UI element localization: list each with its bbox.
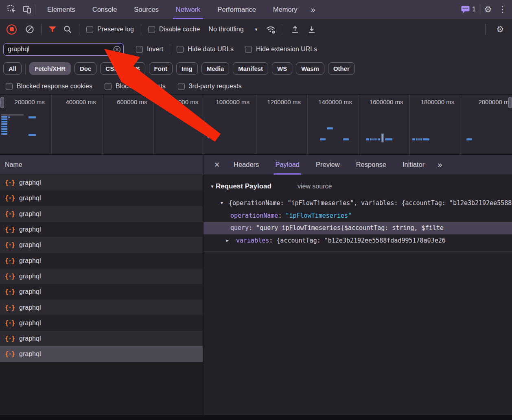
export-har-button[interactable] — [307, 24, 317, 34]
preserve-log-checkbox[interactable] — [86, 26, 93, 33]
request-row-graphql[interactable]: {·}graphql — [0, 190, 203, 206]
overview-left-handle[interactable] — [0, 97, 4, 108]
detail-tab-payload[interactable]: Payload — [267, 155, 308, 175]
request-row-graphql[interactable]: {·}graphql — [0, 175, 203, 190]
payload-text-segment: operationName — [230, 212, 278, 219]
payload-tree: ▼{operationName: "ipFlowTimeseries", var… — [203, 197, 512, 247]
request-row-graphql[interactable]: {·}graphql — [0, 269, 203, 284]
third-party-checkbox[interactable] — [178, 83, 185, 90]
overview-request-bar — [372, 138, 374, 140]
chip-media[interactable]: Media — [201, 62, 230, 75]
tab-console[interactable]: Console — [84, 0, 126, 19]
detail-tab-response[interactable]: Response — [348, 155, 394, 175]
tab-performance[interactable]: Performance — [209, 0, 264, 19]
settings-button[interactable]: ⚙ — [480, 0, 496, 19]
overview-request-bar — [374, 138, 376, 140]
more-detail-tabs-button[interactable]: » — [433, 155, 447, 174]
network-main-area: Name {·}graphql{·}graphql{·}graphql{·}gr… — [0, 155, 512, 415]
throttling-value: No throttling — [208, 26, 243, 33]
detail-tab-headers[interactable]: Headers — [225, 155, 267, 175]
import-har-button[interactable] — [290, 24, 300, 34]
tab-memory[interactable]: Memory — [265, 0, 306, 19]
json-fetch-icon: {·} — [5, 179, 15, 186]
more-panels-button[interactable]: » — [306, 0, 320, 19]
request-row-graphql[interactable]: {·}graphql — [0, 315, 203, 331]
filter-button[interactable] — [48, 26, 57, 33]
triangle-down-icon[interactable]: ▼ — [221, 197, 223, 210]
chip-css[interactable]: CSS — [100, 62, 123, 75]
third-party-label: 3rd-party requests — [189, 83, 242, 90]
filter-input[interactable] — [3, 43, 124, 56]
close-details-button[interactable]: ✕ — [208, 160, 225, 169]
chip-ws[interactable]: WS — [272, 62, 292, 75]
overview-request-bar — [466, 138, 472, 140]
chip-fetch-xhr[interactable]: Fetch/XHR — [29, 62, 71, 75]
hide-extension-urls-checkbox[interactable] — [245, 46, 252, 53]
throttling-dropdown[interactable]: No throttling ▼ — [208, 26, 258, 33]
chip-img[interactable]: Img — [176, 62, 198, 75]
issues-button[interactable] — [460, 0, 471, 19]
overview-request-bar — [416, 138, 418, 140]
timeline-tick-label: 1600000 ms — [370, 98, 403, 105]
device-toolbar-button[interactable] — [20, 0, 35, 19]
request-row-graphql[interactable]: {·}graphql — [0, 284, 203, 300]
payload-row-1[interactable]: operationName: "ipFlowTimeseries" — [203, 210, 512, 222]
hide-data-urls-checkbox[interactable] — [177, 46, 184, 53]
payload-text-segment: : — [249, 224, 256, 232]
name-column-header[interactable]: Name — [0, 155, 203, 175]
toolbar-divider — [79, 24, 79, 35]
detail-tab-preview[interactable]: Preview — [308, 155, 348, 175]
view-source-link[interactable]: view source — [298, 183, 332, 190]
filter-bar: Invert Hide data URLs Hide extension URL… — [0, 39, 512, 59]
chip-other[interactable]: Other — [328, 62, 355, 75]
gear-icon: ⚙ — [497, 25, 504, 34]
network-overview-timeline[interactable]: 200000 ms400000 ms600000 ms800000 ms1000… — [0, 94, 512, 155]
tab-elements[interactable]: Elements — [39, 0, 84, 19]
detail-tab-initiator[interactable]: Initiator — [394, 155, 433, 175]
payload-row-0[interactable]: ▼{operationName: "ipFlowTimeseries", var… — [203, 197, 512, 210]
overview-request-bar — [423, 138, 429, 140]
inspect-element-button[interactable] — [4, 0, 20, 19]
chip-wasm[interactable]: Wasm — [296, 62, 324, 75]
tab-network[interactable]: Network — [167, 0, 209, 19]
invert-label: Invert — [147, 46, 163, 53]
chip-all[interactable]: All — [3, 62, 22, 75]
request-row-graphql[interactable]: {·}graphql — [0, 237, 203, 253]
request-row-graphql[interactable]: {·}graphql — [0, 331, 203, 346]
issues-count-badge[interactable]: 1 — [472, 6, 476, 13]
hide-data-urls-label: Hide data URLs — [188, 46, 234, 53]
request-name: graphql — [19, 335, 41, 342]
request-row-graphql[interactable]: {·}graphql — [0, 346, 203, 362]
chip-doc[interactable]: Doc — [74, 62, 96, 75]
payload-row-3[interactable]: ▶variables: {accountTag: "b12e3b2192ee55… — [203, 234, 512, 247]
disable-cache-checkbox[interactable] — [148, 26, 155, 33]
chip-font[interactable]: Font — [149, 62, 173, 75]
request-row-graphql[interactable]: {·}graphql — [0, 206, 203, 222]
overview-request-bar — [420, 138, 422, 140]
clear-network-log-button[interactable] — [25, 25, 34, 34]
record-network-log-button[interactable] — [7, 24, 17, 35]
network-settings-button[interactable]: ⚙ — [492, 20, 508, 39]
chip-manifest[interactable]: Manifest — [233, 62, 268, 75]
network-conditions-button[interactable] — [265, 24, 276, 34]
search-button[interactable] — [63, 25, 72, 34]
triangle-right-icon[interactable]: ▶ — [226, 234, 229, 247]
blocked-cookies-checkbox[interactable] — [6, 83, 13, 90]
timeline-gridline — [307, 95, 308, 154]
timeline-tick-label: 2000000 ms — [478, 98, 512, 105]
chip-js[interactable]: JS — [127, 62, 145, 75]
invert-checkbox[interactable] — [136, 46, 143, 53]
overview-right-handle[interactable] — [508, 97, 512, 108]
payload-row-2[interactable]: query: "query ipFlowTimeseries($accountT… — [203, 222, 512, 234]
tab-sources[interactable]: Sources — [125, 0, 167, 19]
kebab-menu-button[interactable]: ⋮ — [496, 4, 510, 14]
request-payload-section-header[interactable]: ▼ Request Payload view source — [203, 178, 512, 195]
request-row-graphql[interactable]: {·}graphql — [0, 253, 203, 268]
blocked-requests-checkbox[interactable] — [105, 83, 112, 90]
toolbar-divider — [283, 24, 283, 35]
request-row-graphql[interactable]: {·}graphql — [0, 222, 203, 237]
request-row-graphql[interactable]: {·}graphql — [0, 300, 203, 315]
clear-filter-button[interactable] — [113, 46, 121, 53]
blocked-cookies-group: Blocked response cookies — [6, 83, 92, 90]
devtools-window: ElementsConsoleSourcesNetworkPerformance… — [0, 0, 512, 420]
